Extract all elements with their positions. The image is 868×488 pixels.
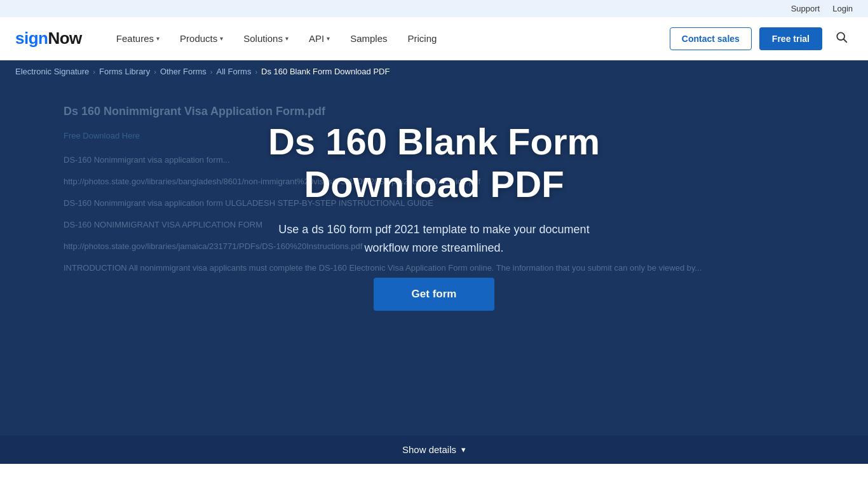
breadcrumb-separator: › bbox=[210, 68, 213, 76]
nav-products[interactable]: Products ▾ bbox=[171, 28, 232, 49]
login-link[interactable]: Login bbox=[832, 4, 853, 13]
show-details-label: Show details bbox=[402, 444, 456, 455]
nav-samples[interactable]: Samples bbox=[341, 28, 396, 49]
nav-pricing[interactable]: Pricing bbox=[399, 28, 446, 49]
breadcrumb-item-electronic-signature[interactable]: Electronic Signature bbox=[15, 67, 89, 76]
breadcrumb-item-other-forms[interactable]: Other Forms bbox=[160, 67, 207, 76]
chevron-down-icon: ▾ bbox=[285, 35, 288, 42]
main-nav: Features ▾ Products ▾ Solutions ▾ API ▾ … bbox=[107, 28, 670, 49]
logo[interactable]: signNow bbox=[15, 29, 82, 48]
breadcrumb: Electronic Signature › Forms Library › O… bbox=[0, 60, 868, 83]
search-button[interactable] bbox=[830, 25, 853, 51]
support-link[interactable]: Support bbox=[791, 4, 820, 13]
nav-solutions[interactable]: Solutions ▾ bbox=[234, 28, 297, 49]
chevron-down-icon: ▾ bbox=[220, 35, 223, 42]
page-title: Ds 160 Blank Form Download PDF bbox=[212, 121, 656, 205]
hero-subtitle: Use a ds 160 form pdf 2021 template to m… bbox=[256, 220, 612, 257]
nav-features[interactable]: Features ▾ bbox=[107, 28, 168, 49]
free-trial-button[interactable]: Free trial bbox=[759, 27, 822, 50]
breadcrumb-separator: › bbox=[93, 68, 95, 76]
top-bar: Support Login bbox=[0, 0, 868, 17]
chevron-down-icon: ▾ bbox=[327, 35, 330, 42]
breadcrumb-item-current: Ds 160 Blank Form Download PDF bbox=[261, 67, 390, 76]
hero-overlay: Ds 160 Blank Form Download PDF Use a ds … bbox=[0, 83, 868, 362]
search-icon bbox=[835, 30, 848, 43]
header-actions: Contact sales Free trial bbox=[670, 25, 853, 51]
logo-text: signNow bbox=[15, 29, 82, 48]
get-form-button[interactable]: Get form bbox=[374, 278, 495, 311]
breadcrumb-separator: › bbox=[255, 68, 257, 76]
breadcrumb-item-forms-library[interactable]: Forms Library bbox=[99, 67, 150, 76]
show-details-bar[interactable]: Show details ▾ bbox=[0, 435, 868, 464]
header: signNow Features ▾ Products ▾ Solutions … bbox=[0, 17, 868, 60]
chevron-down-icon: ▾ bbox=[156, 35, 159, 42]
nav-api[interactable]: API ▾ bbox=[300, 28, 339, 49]
breadcrumb-item-all-forms[interactable]: All Forms bbox=[217, 67, 252, 76]
chevron-down-icon: ▾ bbox=[461, 445, 466, 454]
hero-section: Ds 160 Nonimmigrant Visa Application For… bbox=[0, 83, 868, 464]
breadcrumb-separator: › bbox=[154, 68, 156, 76]
contact-sales-button[interactable]: Contact sales bbox=[670, 27, 752, 50]
svg-line-1 bbox=[844, 39, 847, 43]
